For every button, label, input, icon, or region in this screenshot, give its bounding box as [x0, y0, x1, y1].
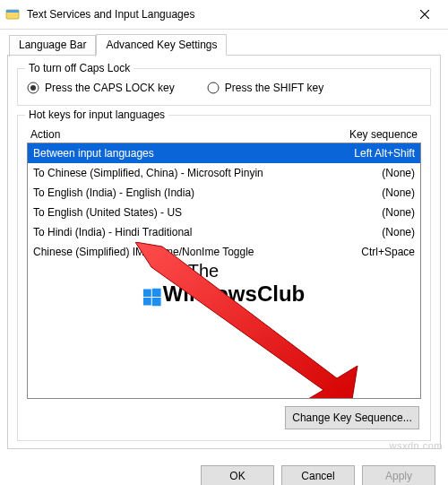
column-key-sequence: Key sequence — [328, 128, 418, 141]
svg-rect-8 — [152, 288, 161, 297]
hotkeys-group: Hot keys for input languages Action Key … — [17, 115, 431, 441]
svg-rect-10 — [152, 298, 161, 307]
change-key-sequence-button[interactable]: Change Key Sequence... — [285, 406, 419, 429]
tab-language-bar[interactable]: Language Bar — [9, 35, 96, 56]
hotkeys-listbox[interactable]: Between input languages Left Alt+Shift T… — [27, 143, 421, 399]
close-icon — [420, 10, 429, 19]
svg-point-5 — [30, 85, 36, 91]
list-item-key: (None) — [325, 224, 415, 240]
tab-advanced-key-settings[interactable]: Advanced Key Settings — [96, 34, 227, 56]
radio-shift-label: Press the SHIFT key — [225, 82, 323, 94]
list-item-action: To English (United States) - US — [33, 204, 325, 221]
dialog-footer: OK Cancel Apply — [0, 456, 448, 485]
radio-shift-key[interactable]: Press the SHIFT key — [207, 82, 323, 94]
column-action: Action — [30, 128, 328, 141]
caps-lock-group-title: To turn off Caps Lock — [25, 62, 134, 74]
svg-point-6 — [208, 82, 219, 93]
list-item-action: To English (India) - English (India) — [33, 185, 325, 201]
list-item[interactable]: To Hindi (India) - Hindi Traditional (No… — [28, 222, 420, 242]
svg-rect-1 — [6, 10, 19, 13]
list-item-action: Between input languages — [33, 145, 325, 161]
list-item-key: (None) — [325, 204, 415, 221]
radio-caps-lock-label: Press the CAPS LOCK key — [45, 82, 175, 94]
ok-button[interactable]: OK — [201, 465, 274, 485]
close-button[interactable] — [407, 0, 443, 29]
dialog-body: Language Bar Advanced Key Settings To tu… — [0, 29, 448, 456]
apply-button[interactable]: Apply — [362, 465, 435, 485]
watermark-line2: WindowsClub — [143, 281, 305, 307]
hotkeys-group-title: Hot keys for input languages — [25, 108, 168, 121]
window-title: Text Services and Input Languages — [27, 8, 407, 21]
site-watermark: wsxdn.com — [389, 440, 443, 451]
svg-marker-11 — [135, 242, 358, 399]
annotation-arrow — [135, 242, 359, 399]
column-headers: Action Key sequence — [27, 128, 421, 141]
radio-unselected-icon — [207, 82, 220, 94]
watermark-logo: The WindowsClub — [143, 261, 305, 307]
svg-rect-7 — [143, 289, 151, 297]
windows-flag-icon — [143, 286, 161, 304]
list-item[interactable]: To English (India) - English (India) (No… — [28, 183, 420, 203]
tab-panel: To turn off Caps Lock Press the CAPS LOC… — [7, 55, 441, 449]
radio-caps-lock-key[interactable]: Press the CAPS LOCK key — [27, 82, 175, 94]
list-item-action: Chinese (Simplified) IME - Ime/NonIme To… — [33, 244, 325, 260]
cancel-button[interactable]: Cancel — [281, 465, 355, 485]
list-item[interactable]: To English (United States) - US (None) — [28, 203, 420, 222]
watermark-line1: The — [143, 261, 305, 281]
list-item-action: To Hindi (India) - Hindi Traditional — [33, 224, 325, 240]
list-item-key: (None) — [325, 185, 415, 201]
list-item[interactable]: To Chinese (Simplified, China) - Microso… — [28, 163, 420, 183]
list-item-action: To Chinese (Simplified, China) - Microso… — [33, 165, 325, 181]
caps-lock-group: To turn off Caps Lock Press the CAPS LOC… — [17, 68, 431, 106]
list-item[interactable]: Between input languages Left Alt+Shift — [28, 143, 420, 163]
tab-strip: Language Bar Advanced Key Settings — [9, 33, 441, 55]
radio-selected-icon — [27, 82, 39, 94]
list-item-key: Ctrl+Space — [325, 244, 415, 260]
titlebar: Text Services and Input Languages — [0, 0, 448, 29]
svg-rect-9 — [143, 298, 151, 306]
list-item-key: Left Alt+Shift — [325, 145, 415, 161]
list-item-key: (None) — [325, 165, 415, 181]
window-icon — [5, 7, 20, 22]
list-item[interactable]: Chinese (Simplified) IME - Ime/NonIme To… — [28, 242, 420, 262]
